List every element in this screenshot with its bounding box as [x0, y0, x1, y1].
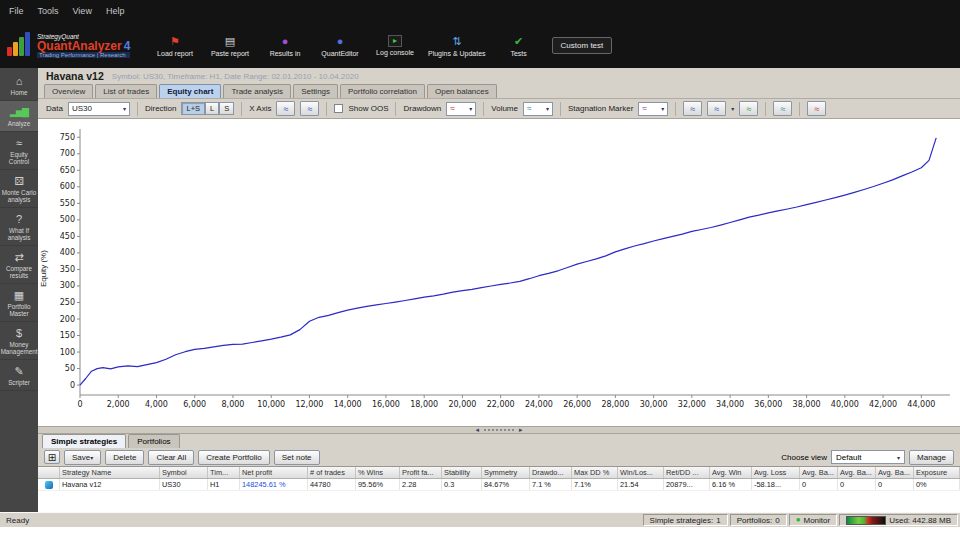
set-note-button[interactable]: Set note — [274, 450, 320, 465]
manage-button[interactable]: Manage — [909, 450, 954, 465]
sidebar-item-compare-results[interactable]: ⇄ Compare results — [0, 246, 38, 284]
custom-test-button[interactable]: Custom test — [552, 37, 613, 54]
show-oos-checkbox[interactable] — [334, 104, 343, 113]
sidebar-item-scripter[interactable]: ✎ Scripter — [0, 360, 38, 391]
tests-button[interactable]: ✔ Tests — [497, 34, 541, 57]
svg-text:50: 50 — [65, 364, 75, 373]
sidebar-item-money-management[interactable]: $ Money Management — [0, 322, 38, 360]
direction-short-button[interactable]: S — [219, 102, 234, 115]
tab-open-balances[interactable]: Open balances — [427, 84, 497, 98]
column-exposure[interactable]: Exposure — [914, 467, 960, 478]
svg-text:16,000: 16,000 — [372, 400, 400, 409]
menu-help[interactable]: Help — [106, 6, 125, 16]
overlay-benchmark-button[interactable]: ≈ — [807, 101, 826, 116]
svg-text:12,000: 12,000 — [295, 400, 323, 409]
chart-style-log-button[interactable]: ≈ — [707, 101, 726, 116]
column-num-trades[interactable]: # of trades — [308, 467, 356, 478]
xaxis-time-button[interactable]: ≈ — [300, 101, 319, 116]
sidebar-item-home[interactable]: ⌂ Home — [0, 70, 38, 101]
xaxis-trades-button[interactable]: ≈ — [276, 101, 295, 116]
tab-list-of-trades[interactable]: List of trades — [95, 84, 157, 98]
delete-button[interactable]: Delete — [105, 450, 144, 465]
sidebar-item-portfolio-master[interactable]: ▦ Portfolio Master — [0, 284, 38, 322]
results-in-button[interactable]: ● Results in — [263, 34, 307, 57]
overlay-compare-button[interactable]: ≈ — [773, 101, 792, 116]
log-console-button[interactable]: ▸ Log console — [373, 35, 417, 56]
cell-num-trades: 44780 — [308, 479, 356, 490]
menu-bar: File Tools View Help — [0, 0, 960, 22]
status-ready: Ready — [2, 514, 641, 526]
save-button[interactable]: Save▾ — [64, 450, 101, 465]
sidebar-item-what-if[interactable]: ? What If analysis — [0, 208, 38, 246]
strategy-icon — [45, 481, 53, 489]
cell-timeframe: H1 — [208, 479, 240, 490]
chevron-down-icon: ▾ — [123, 105, 126, 112]
column-max-dd[interactable]: Max DD % — [572, 467, 618, 478]
column-profit-factor[interactable]: Profit fa... — [400, 467, 442, 478]
column-drawdown[interactable]: Drawdo... — [530, 467, 572, 478]
tab-trade-analysis[interactable]: Trade analysis — [223, 84, 291, 98]
column-avg-win[interactable]: Avg. Win — [710, 467, 752, 478]
svg-text:30,000: 30,000 — [640, 400, 668, 409]
stagnation-marker-label: Stagnation Marker — [568, 104, 633, 113]
column-net-profit[interactable]: Net profit — [240, 467, 308, 478]
status-monitor[interactable]: ● Monitor — [789, 514, 838, 526]
column-avg-ba-1[interactable]: Avg. Ba... — [800, 467, 838, 478]
create-portfolio-button[interactable]: Create Portfolio — [198, 450, 270, 465]
tab-equity-chart[interactable]: Equity chart — [159, 84, 221, 98]
svg-text:38,000: 38,000 — [793, 400, 821, 409]
direction-long-button[interactable]: L — [205, 102, 219, 115]
column-strategy-name[interactable]: Strategy Name — [60, 467, 160, 478]
tab-portfolio-correlation[interactable]: Portfolio correlation — [340, 84, 425, 98]
chart-style-line-button[interactable]: ≈ — [683, 101, 702, 116]
cell-win-loss: 21.54 — [618, 479, 664, 490]
column-symmetry[interactable]: Symmetry — [482, 467, 530, 478]
drawdown-select[interactable]: ≈ ▾ — [446, 102, 476, 116]
select-columns-button[interactable]: ⊞ — [44, 450, 60, 464]
column-timeframe[interactable]: Tim... — [208, 467, 240, 478]
choose-view-select[interactable]: Default ▾ — [831, 450, 905, 464]
svg-text:550: 550 — [60, 199, 75, 208]
paste-report-button[interactable]: ▤ Paste report — [208, 34, 252, 57]
strategies-panel: Simple strategies Portfolios ⊞ Save▾ Del… — [38, 434, 960, 512]
sidebar-item-monte-carlo[interactable]: ⚄ Monte Carlo analysis — [0, 170, 38, 208]
plugins-updates-button[interactable]: ⇅ Plugins & Updates — [428, 34, 486, 57]
sidebar-item-equity-control[interactable]: ≈ Equity Control — [0, 132, 38, 170]
svg-text:36,000: 36,000 — [754, 400, 782, 409]
report-tabs: Overview List of trades Equity chart Tra… — [38, 84, 960, 98]
line-chart-icon: ≈ — [690, 104, 695, 114]
stagnation-marker-select[interactable]: ≈ ▾ — [638, 102, 668, 116]
column-ret-dd[interactable]: Ret/DD ... — [664, 467, 710, 478]
column-pct-wins[interactable]: % Wins — [356, 467, 400, 478]
splitter-grip — [484, 429, 514, 431]
tab-settings[interactable]: Settings — [293, 84, 338, 98]
volume-select[interactable]: ≈ ▾ — [523, 102, 553, 116]
column-symbol[interactable]: Symbol — [160, 467, 208, 478]
column-stability[interactable]: Stability — [442, 467, 482, 478]
clear-all-button[interactable]: Clear All — [148, 450, 194, 465]
tab-overview[interactable]: Overview — [44, 84, 93, 98]
menu-view[interactable]: View — [73, 6, 92, 16]
menu-tools[interactable]: Tools — [38, 6, 59, 16]
quanteditor-button[interactable]: ● QuantEditor — [318, 34, 362, 57]
top-bar: File Tools View Help StrategyQuant Quant… — [0, 0, 960, 68]
cell-avg-ba-2: 0 — [838, 479, 876, 490]
tab-portfolios[interactable]: Portfolios — [128, 434, 179, 448]
table-row[interactable]: Havana v12 US30 H1 148245.61 % 44780 95.… — [38, 479, 960, 491]
tab-simple-strategies[interactable]: Simple strategies — [42, 434, 126, 448]
column-avg-ba-2[interactable]: Avg. Ba... — [838, 467, 876, 478]
direction-long-short-button[interactable]: L+S — [181, 102, 205, 115]
menu-file[interactable]: File — [9, 6, 24, 16]
equity-chart[interactable]: 0501001502002503003504004505005506006507… — [50, 121, 958, 421]
data-select[interactable]: US30 ▾ — [68, 102, 130, 116]
load-report-button[interactable]: ⚑ Load report — [153, 34, 197, 57]
plugins-updates-icon: ⇅ — [449, 34, 465, 48]
cell-drawdown: 7.1 % — [530, 479, 572, 490]
sidebar-item-analyze[interactable]: ▂▅▇ Analyze — [0, 101, 38, 132]
chart-table-splitter[interactable]: ◂ ▸ — [38, 426, 960, 434]
column-avg-loss[interactable]: Avg. Loss — [752, 467, 800, 478]
table-empty-area — [38, 491, 960, 512]
column-avg-ba-3[interactable]: Avg. Ba... — [876, 467, 914, 478]
column-win-loss[interactable]: Win/Los... — [618, 467, 664, 478]
overlay-equity-button[interactable]: ≈ — [739, 101, 758, 116]
